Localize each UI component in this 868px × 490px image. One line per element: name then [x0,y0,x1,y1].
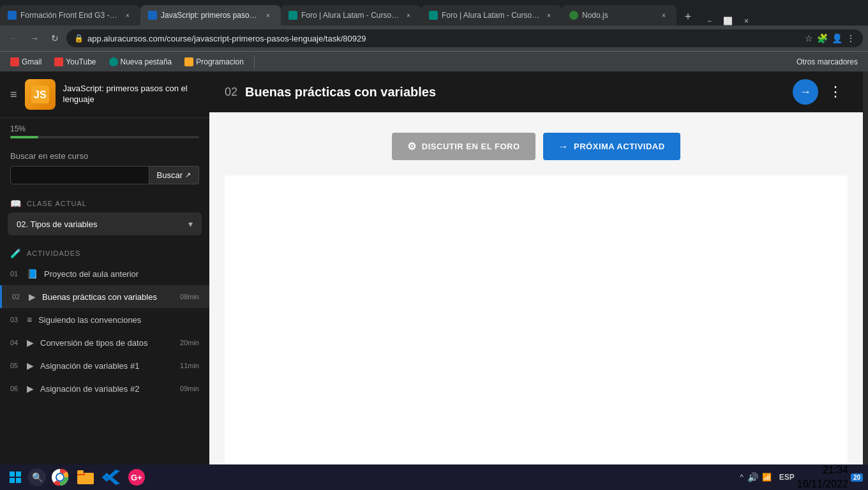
maximize-button[interactable]: ⬜ [718,17,738,26]
next-activity-button[interactable]: → PRÓXIMA ACTIVIDAD [543,133,680,160]
tab-4[interactable]: Foro | Alura Latam - Cursos ... × [421,5,562,26]
app-wrapper: ≡ JS JavaScript: primeros pasos con el l… [0,71,868,490]
tab-4-close[interactable]: × [544,10,554,20]
forum-icon: ⚙ [407,140,417,152]
tab-3-title: Foro | Alura Latam - Cursos ... [301,11,400,20]
bookmarks-separator [254,56,255,68]
external-link-icon: ↗ [185,171,191,179]
tab-3[interactable]: Foro | Alura Latam - Cursos ... × [281,5,421,26]
content-title: Buenas prácticas con variables [245,85,436,100]
tab-2[interactable]: JavaScript: primeros pasos c... × [140,5,281,26]
back-button[interactable]: ← [5,29,23,47]
forward-button[interactable]: → [26,29,43,47]
more-options-button[interactable]: ⋮ [823,81,848,103]
bookmarks-bar: Gmail YouTube Nueva pestaña Programacion… [0,51,868,71]
activity-item-1[interactable]: 01 📘 Proyecto del aula anterior [0,262,209,285]
search-label: Buscar en este curso [10,151,199,161]
sidebar-header: ≡ JS JavaScript: primeros pasos con el l… [0,71,209,118]
current-class-label: 📖 CLASE ACTUAL [0,191,209,212]
activity-5-icon: ▶ [27,360,34,371]
taskbar: 🔍 G+ ^ 🔊 📶 [0,464,868,490]
flask-icon: 🧪 [10,248,22,258]
search-input[interactable] [10,166,149,184]
progress-percent: 15% [10,124,26,133]
taskbar-time: 21:34 16/11/2022 [797,463,848,490]
next-button-label: PRÓXIMA ACTIVIDAD [574,142,665,151]
sidebar-back-button[interactable]: ≡ [10,88,17,101]
tab-5-favicon [569,11,578,20]
close-window-button[interactable]: × [739,17,754,26]
forum-button[interactable]: ⚙ DISCUTIR EN EL FORO [392,133,535,160]
new-tab-button[interactable]: + [679,8,697,26]
taskbar-chrome[interactable] [49,466,71,489]
tab-2-favicon [148,11,157,20]
activity-item-3[interactable]: 03 ≡ Siguiendo las convenciones [0,308,209,331]
bookmark-gmail[interactable]: Gmail [5,54,47,70]
youtube-favicon [54,57,63,66]
tab-bar: Formación Front End G3 - C... × JavaScri… [0,0,868,26]
gmail-label: Gmail [22,57,41,66]
notification-badge[interactable]: 20 [851,473,863,482]
activity-item-5[interactable]: 05 ▶ Asignación de variables #1 11min [0,354,209,377]
activity-3-icon: ≡ [27,315,32,325]
bookmark-nueva-pestana[interactable]: Nueva pestaña [104,54,177,70]
search-button[interactable]: Buscar ↗ [149,166,199,184]
tab-5[interactable]: Nodo.js × [562,5,677,26]
activity-item-4[interactable]: 04 ▶ Conversión de tipos de datos 20min [0,331,209,354]
activity-item-6[interactable]: 06 ▶ Asignación de variables #2 09min [0,377,209,400]
speaker-icon[interactable]: 🔊 [747,472,758,482]
star-icon[interactable]: ☆ [805,33,813,43]
content-body: ⚙ DISCUTIR EN EL FORO → PRÓXIMA ACTIVIDA… [209,112,863,490]
chevron-up-icon[interactable]: ^ [740,473,744,482]
next-icon: → [558,141,569,152]
tab-4-favicon [429,11,438,20]
activity-item-2[interactable]: 02 ▶ Buenas prácticas con variables 08mi… [0,285,209,308]
address-field[interactable]: 🔒 app.aluracursos.com/course/javascript-… [66,29,863,47]
content-title-area: 02 Buenas prácticas con variables [225,85,436,100]
content-header: 02 Buenas prácticas con variables → ⋮ [209,71,863,112]
taskbar-search[interactable]: 🔍 [28,468,46,486]
profile-icon[interactable]: 👤 [832,33,842,43]
bookmark-youtube[interactable]: YouTube [49,54,101,70]
refresh-button[interactable]: ↻ [46,29,64,47]
activities-label: 🧪 ACTIVIDADES [0,241,209,262]
tab-1[interactable]: Formación Front End G3 - C... × [0,5,140,26]
activity-1-number: 01 [10,270,20,278]
main-content: 02 Buenas prácticas con variables → ⋮ ⚙ … [209,71,863,490]
tab-3-close[interactable]: × [403,10,414,20]
activity-4-number: 04 [10,339,20,346]
taskbar-file-explorer[interactable] [74,466,97,489]
content-number: 02 [225,85,237,99]
tab-1-close[interactable]: × [123,10,133,20]
extensions-icon[interactable]: 🧩 [817,33,828,43]
activity-4-icon: ▶ [27,338,34,348]
sidebar-scrollbar[interactable] [863,71,868,490]
activity-1-title: Proyecto del aula anterior [44,269,193,279]
activity-1-icon: 📘 [27,269,38,279]
other-bookmarks[interactable]: Otros marcadores [791,54,863,70]
circle-arrow-button[interactable]: → [793,79,818,105]
search-button-label: Buscar [157,170,183,180]
minimize-button[interactable]: − [702,17,717,26]
world-favicon [109,57,118,66]
tab-2-close[interactable]: × [263,10,273,20]
taskbar-vscode[interactable] [100,466,123,489]
date-display: 16/11/2022 [797,477,848,490]
tab-5-title: Nodo.js [582,11,655,20]
book-icon: 📖 [10,198,22,209]
svg-text:G+: G+ [131,473,142,482]
tab-5-close[interactable]: × [659,10,669,20]
network-icon[interactable]: 📶 [762,473,772,482]
bookmark-programacion[interactable]: Programacion [179,54,249,70]
taskbar-colorful-app[interactable]: G+ [125,466,148,489]
svg-rect-5 [16,478,21,483]
course-logo: JS [25,79,56,110]
current-class-dropdown[interactable]: 02. Tipos de variables ▾ [8,212,202,235]
svg-rect-3 [16,471,21,477]
menu-icon[interactable]: ⋮ [846,33,855,43]
content-area [225,175,848,470]
chevron-down-icon: ▾ [188,219,193,229]
svg-text:JS: JS [34,89,47,100]
programacion-label: Programacion [196,57,244,66]
start-button[interactable] [5,467,26,487]
